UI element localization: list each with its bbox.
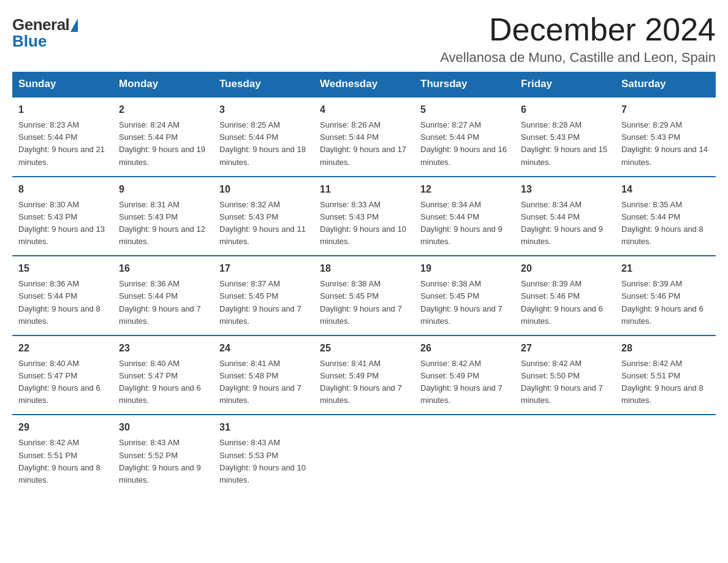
empty-cell [414,415,515,494]
day-cell-9: 9Sunrise: 8:31 AMSunset: 5:43 PMDaylight… [113,177,213,256]
day-info: Sunrise: 8:40 AMSunset: 5:47 PMDaylight:… [119,358,207,407]
day-info: Sunrise: 8:31 AMSunset: 5:43 PMDaylight:… [119,199,207,248]
day-number: 29 [18,420,107,435]
day-info: Sunrise: 8:34 AMSunset: 5:44 PMDaylight:… [521,199,609,248]
day-number: 14 [621,182,710,197]
day-info: Sunrise: 8:30 AMSunset: 5:43 PMDaylight:… [18,199,107,248]
day-cell-26: 26Sunrise: 8:42 AMSunset: 5:49 PMDayligh… [414,335,515,415]
day-cell-30: 30Sunrise: 8:43 AMSunset: 5:52 PMDayligh… [113,415,213,494]
day-number: 15 [18,261,107,276]
day-info: Sunrise: 8:42 AMSunset: 5:49 PMDaylight:… [420,358,509,407]
day-number: 26 [420,341,509,356]
logo-triangle-icon [70,18,78,32]
logo: General Blue [12,12,78,51]
col-header-sunday: Sunday [12,72,113,97]
day-info: Sunrise: 8:40 AMSunset: 5:47 PMDaylight:… [18,358,107,407]
day-info: Sunrise: 8:36 AMSunset: 5:44 PMDaylight:… [119,278,207,327]
day-cell-17: 17Sunrise: 8:37 AMSunset: 5:45 PMDayligh… [213,256,314,335]
empty-cell [515,415,615,494]
day-number: 10 [219,182,308,197]
day-number: 2 [119,102,207,117]
week-row-5: 29Sunrise: 8:42 AMSunset: 5:51 PMDayligh… [12,415,716,494]
logo-blue: Blue [12,32,47,51]
day-cell-19: 19Sunrise: 8:38 AMSunset: 5:45 PMDayligh… [414,256,515,335]
day-number: 13 [521,182,609,197]
day-info: Sunrise: 8:37 AMSunset: 5:45 PMDaylight:… [219,278,308,327]
day-info: Sunrise: 8:36 AMSunset: 5:44 PMDaylight:… [18,278,107,327]
week-row-1: 1Sunrise: 8:23 AMSunset: 5:44 PMDaylight… [12,97,716,177]
header-row: SundayMondayTuesdayWednesdayThursdayFrid… [12,72,716,97]
day-info: Sunrise: 8:34 AMSunset: 5:44 PMDaylight:… [420,199,509,248]
day-number: 25 [320,341,408,356]
day-cell-22: 22Sunrise: 8:40 AMSunset: 5:47 PMDayligh… [12,335,113,415]
month-title: December 2024 [440,12,716,47]
day-info: Sunrise: 8:33 AMSunset: 5:43 PMDaylight:… [320,199,408,248]
day-cell-3: 3Sunrise: 8:25 AMSunset: 5:44 PMDaylight… [213,97,314,177]
day-cell-14: 14Sunrise: 8:35 AMSunset: 5:44 PMDayligh… [615,177,716,256]
col-header-monday: Monday [113,72,213,97]
day-number: 24 [219,341,308,356]
day-cell-13: 13Sunrise: 8:34 AMSunset: 5:44 PMDayligh… [515,177,615,256]
day-cell-20: 20Sunrise: 8:39 AMSunset: 5:46 PMDayligh… [515,256,615,335]
day-info: Sunrise: 8:42 AMSunset: 5:50 PMDaylight:… [521,358,609,407]
day-number: 21 [621,261,710,276]
day-cell-15: 15Sunrise: 8:36 AMSunset: 5:44 PMDayligh… [12,256,113,335]
day-number: 8 [18,182,107,197]
day-number: 4 [320,102,408,117]
location-subtitle: Avellanosa de Muno, Castille and Leon, S… [440,50,716,66]
day-number: 20 [521,261,609,276]
day-info: Sunrise: 8:42 AMSunset: 5:51 PMDaylight:… [621,358,710,407]
empty-cell [615,415,716,494]
day-info: Sunrise: 8:23 AMSunset: 5:44 PMDaylight:… [18,119,107,169]
day-cell-27: 27Sunrise: 8:42 AMSunset: 5:50 PMDayligh… [515,335,615,415]
day-info: Sunrise: 8:25 AMSunset: 5:44 PMDaylight:… [219,119,308,169]
col-header-saturday: Saturday [615,72,716,97]
day-info: Sunrise: 8:35 AMSunset: 5:44 PMDaylight:… [621,199,710,248]
day-info: Sunrise: 8:24 AMSunset: 5:44 PMDaylight:… [119,119,207,169]
day-cell-29: 29Sunrise: 8:42 AMSunset: 5:51 PMDayligh… [12,415,113,494]
page-container: General Blue December 2024 Avellanosa de… [12,12,716,494]
day-number: 12 [420,182,509,197]
day-number: 6 [521,102,609,117]
day-number: 27 [521,341,609,356]
day-cell-12: 12Sunrise: 8:34 AMSunset: 5:44 PMDayligh… [414,177,515,256]
day-number: 11 [320,182,408,197]
day-cell-7: 7Sunrise: 8:29 AMSunset: 5:43 PMDaylight… [615,97,716,177]
col-header-thursday: Thursday [414,72,515,97]
week-row-3: 15Sunrise: 8:36 AMSunset: 5:44 PMDayligh… [12,256,716,335]
day-cell-21: 21Sunrise: 8:39 AMSunset: 5:46 PMDayligh… [615,256,716,335]
day-cell-2: 2Sunrise: 8:24 AMSunset: 5:44 PMDaylight… [113,97,213,177]
day-number: 3 [219,102,308,117]
col-header-friday: Friday [515,72,615,97]
day-cell-6: 6Sunrise: 8:28 AMSunset: 5:43 PMDaylight… [515,97,615,177]
col-header-tuesday: Tuesday [213,72,314,97]
day-number: 31 [219,420,308,435]
day-info: Sunrise: 8:28 AMSunset: 5:43 PMDaylight:… [521,119,609,169]
day-info: Sunrise: 8:41 AMSunset: 5:48 PMDaylight:… [219,358,308,407]
day-cell-25: 25Sunrise: 8:41 AMSunset: 5:49 PMDayligh… [314,335,414,415]
title-area: December 2024 Avellanosa de Muno, Castil… [440,12,716,66]
day-cell-1: 1Sunrise: 8:23 AMSunset: 5:44 PMDaylight… [12,97,113,177]
day-info: Sunrise: 8:41 AMSunset: 5:49 PMDaylight:… [320,358,408,407]
week-row-2: 8Sunrise: 8:30 AMSunset: 5:43 PMDaylight… [12,177,716,256]
week-row-4: 22Sunrise: 8:40 AMSunset: 5:47 PMDayligh… [12,335,716,415]
day-cell-18: 18Sunrise: 8:38 AMSunset: 5:45 PMDayligh… [314,256,414,335]
day-cell-28: 28Sunrise: 8:42 AMSunset: 5:51 PMDayligh… [615,335,716,415]
day-cell-4: 4Sunrise: 8:26 AMSunset: 5:44 PMDaylight… [314,97,414,177]
day-number: 18 [320,261,408,276]
day-number: 17 [219,261,308,276]
day-info: Sunrise: 8:32 AMSunset: 5:43 PMDaylight:… [219,199,308,248]
day-number: 9 [119,182,207,197]
day-cell-8: 8Sunrise: 8:30 AMSunset: 5:43 PMDaylight… [12,177,113,256]
day-info: Sunrise: 8:43 AMSunset: 5:52 PMDaylight:… [119,437,207,486]
day-info: Sunrise: 8:38 AMSunset: 5:45 PMDaylight:… [420,278,509,327]
empty-cell [314,415,414,494]
col-header-wednesday: Wednesday [314,72,414,97]
day-number: 22 [18,341,107,356]
day-info: Sunrise: 8:27 AMSunset: 5:44 PMDaylight:… [420,119,509,169]
day-cell-24: 24Sunrise: 8:41 AMSunset: 5:48 PMDayligh… [213,335,314,415]
day-number: 23 [119,341,207,356]
day-info: Sunrise: 8:29 AMSunset: 5:43 PMDaylight:… [621,119,710,169]
day-number: 28 [621,341,710,356]
day-number: 19 [420,261,509,276]
